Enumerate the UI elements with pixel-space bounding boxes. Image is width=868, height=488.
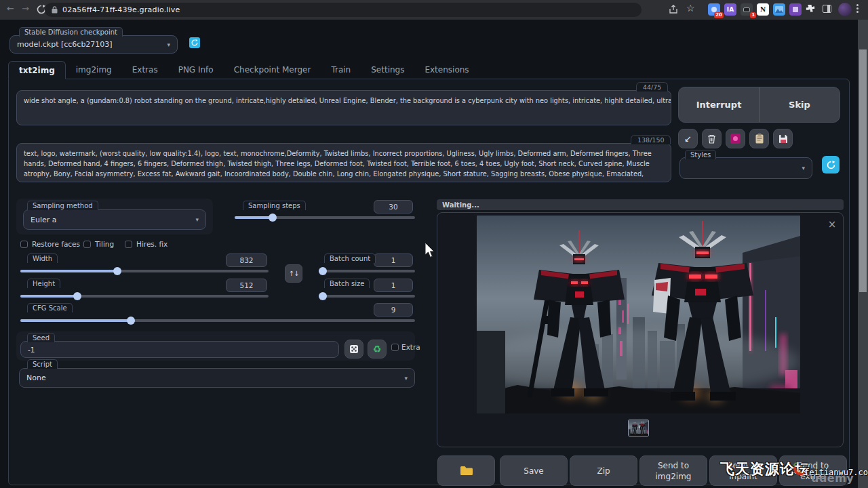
negative-prompt-input[interactable]: text, logo, watermark, (worst quality, l… xyxy=(16,143,671,182)
browser-toolbar: ← → 02a56ff4-71ff-439e.gradio.live ☆ 20 … xyxy=(0,0,868,20)
refresh-icon xyxy=(827,161,835,169)
cfg-scale-value[interactable]: 9 xyxy=(374,303,413,317)
batch-count-value[interactable]: 1 xyxy=(374,253,413,267)
send-to-img2img-button[interactable]: Send to img2img xyxy=(639,455,707,486)
chili-pepper-icon xyxy=(791,461,806,477)
address-bar[interactable]: 02a56ff4-71ff-439e.gradio.live xyxy=(45,3,642,17)
seed-label: Seed xyxy=(27,333,55,342)
extension-badge-2: 1 xyxy=(750,12,756,18)
width-slider[interactable] xyxy=(20,270,269,272)
clear-prompt-button[interactable] xyxy=(702,129,722,148)
interrupt-button[interactable]: Interrupt xyxy=(679,87,760,122)
extension-icon-blue[interactable]: 20 xyxy=(708,3,720,16)
arrow-down-left-icon: ↙ xyxy=(684,134,692,144)
zip-button[interactable]: Zip xyxy=(570,455,637,486)
seed-input[interactable]: -1 xyxy=(20,341,339,358)
tab-train[interactable]: Train xyxy=(321,61,361,79)
lock-icon xyxy=(52,6,58,14)
styles-dropdown[interactable]: ▾ xyxy=(679,157,812,179)
trash-icon xyxy=(707,134,716,144)
bookmark-star-icon[interactable]: ☆ xyxy=(686,3,695,14)
browser-forward-button[interactable]: → xyxy=(22,3,29,14)
tab-settings[interactable]: Settings xyxy=(361,61,414,79)
page-scrollbar[interactable] xyxy=(858,20,868,488)
extension-icon-ia[interactable]: IA xyxy=(724,3,736,16)
prompt-token-counter: 44/75 xyxy=(636,82,668,92)
tab-img2img[interactable]: img2img xyxy=(66,61,122,79)
floppy-save-icon xyxy=(778,134,788,144)
checkpoint-label: Stable Diffusion checkpoint xyxy=(19,27,123,37)
sampling-method-label: Sampling method xyxy=(27,201,98,210)
open-folder-button[interactable] xyxy=(437,455,495,486)
random-seed-button[interactable] xyxy=(344,340,363,359)
page-scrollbar-thumb[interactable] xyxy=(859,49,867,292)
side-panel-icon[interactable] xyxy=(823,5,831,13)
tab-txt2img[interactable]: txt2img xyxy=(8,61,66,79)
restore-faces-checkbox[interactable] xyxy=(20,241,28,248)
script-dropdown[interactable]: None ▾ xyxy=(19,368,415,388)
extension-notion-label: N xyxy=(760,6,766,13)
reuse-seed-button[interactable]: ♻ xyxy=(368,340,387,359)
extra-seed-checkbox[interactable] xyxy=(391,344,399,351)
hires-fix-checkbox[interactable] xyxy=(125,241,132,248)
prompt-input[interactable]: wide shot angle, a (gundam:0.8) robot st… xyxy=(16,90,671,125)
generated-image[interactable] xyxy=(477,216,800,413)
paste-generation-params-button[interactable]: ↙ xyxy=(678,129,698,148)
browser-menu-kebab-icon[interactable] xyxy=(856,4,859,13)
height-value[interactable]: 512 xyxy=(226,279,267,292)
close-image-button[interactable]: × xyxy=(826,218,838,230)
extension-icon-purple[interactable] xyxy=(789,3,802,16)
batch-size-value[interactable]: 1 xyxy=(374,279,413,292)
profile-avatar[interactable] xyxy=(838,3,852,16)
save-style-button[interactable] xyxy=(773,129,793,148)
share-icon[interactable] xyxy=(669,5,678,14)
tab-extensions[interactable]: Extensions xyxy=(414,61,479,79)
tab-checkpoint-merger[interactable]: Checkpoint Merger xyxy=(224,61,321,79)
swap-width-height-button[interactable]: ↑↓ xyxy=(285,264,302,283)
folder-icon xyxy=(460,466,473,476)
extension-ia-label: IA xyxy=(727,6,734,13)
progress-status-text: Waiting... xyxy=(442,201,479,209)
restore-faces-label: Restore faces xyxy=(32,240,80,248)
palette-icon xyxy=(730,134,741,144)
extensions-puzzle-icon[interactable] xyxy=(806,4,815,14)
checkpoint-dropdown[interactable]: model.ckpt [cc6cb27103] ▾ xyxy=(9,35,178,54)
width-value[interactable]: 832 xyxy=(226,253,267,267)
save-button[interactable]: Save xyxy=(500,455,568,486)
skip-button[interactable]: Skip xyxy=(760,87,840,122)
sampling-steps-value[interactable]: 30 xyxy=(374,200,413,214)
extension-icon-image[interactable] xyxy=(773,3,785,16)
stable-diffusion-webui-screen: ← → 02a56ff4-71ff-439e.gradio.live ☆ 20 … xyxy=(0,0,868,488)
clipboard-icon xyxy=(755,134,764,144)
gallery-thumbnail[interactable] xyxy=(628,420,649,436)
batch-count-slider[interactable] xyxy=(319,270,415,272)
apply-styles-button[interactable] xyxy=(749,129,769,148)
hires-fix-label: Hires. fix xyxy=(136,240,167,248)
extension-icon-notion[interactable]: N xyxy=(757,3,769,16)
checkpoint-value: model.ckpt [cc6cb27103] xyxy=(17,40,113,49)
extra-networks-button[interactable] xyxy=(726,129,745,148)
browser-back-button[interactable]: ← xyxy=(7,3,14,14)
script-label: Script xyxy=(27,359,58,369)
sampling-method-dropdown[interactable]: Euler a ▾ xyxy=(23,209,206,230)
tab-png-info[interactable]: PNG Info xyxy=(168,61,224,79)
styles-refresh-button[interactable] xyxy=(822,156,840,174)
tiling-label: Tiling xyxy=(95,240,114,248)
cfg-scale-label: CFG Scale xyxy=(27,303,73,312)
swap-arrows-icon: ↑↓ xyxy=(289,270,299,277)
main-tabs: txt2img img2img Extras PNG Info Checkpoi… xyxy=(8,61,479,79)
height-slider[interactable] xyxy=(20,295,269,298)
cfg-scale-slider[interactable] xyxy=(20,319,415,322)
refresh-icon xyxy=(191,39,198,46)
tab-extras[interactable]: Extras xyxy=(122,61,168,79)
checkpoint-refresh-button[interactable] xyxy=(189,37,200,48)
sampling-steps-slider[interactable] xyxy=(235,216,415,219)
batch-count-label: Batch count xyxy=(324,253,376,263)
extension-badge: 20 xyxy=(714,12,724,18)
batch-size-slider[interactable] xyxy=(319,295,415,298)
chevron-down-icon: ▾ xyxy=(195,216,199,223)
close-icon: × xyxy=(828,218,837,230)
watermark-site-url: feitianwu7.com xyxy=(804,468,868,477)
tiling-checkbox[interactable] xyxy=(83,241,91,248)
extension-icon-camera[interactable]: 1 xyxy=(741,3,753,16)
